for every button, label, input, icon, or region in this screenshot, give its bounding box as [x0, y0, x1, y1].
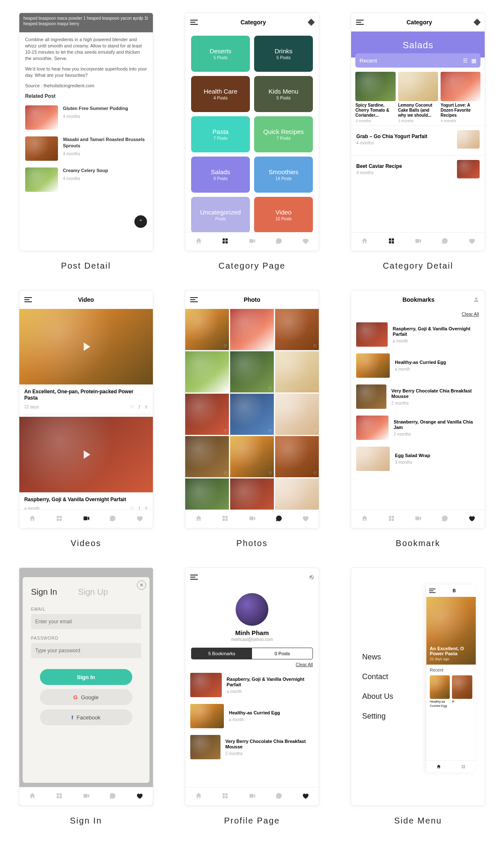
seg-bookmarks[interactable]: 5 Bookmarks [192, 648, 252, 659]
back-icon[interactable]: ‹ [133, 16, 134, 21]
clear-all-link[interactable]: Clear All [351, 309, 485, 319]
menu-icon[interactable] [190, 297, 198, 302]
tab-home[interactable] [29, 515, 36, 524]
heart-icon[interactable]: ♡ [268, 471, 272, 476]
bookmark-row[interactable]: Very Berry Chocolate Chia Breakfast Mous… [185, 732, 319, 763]
tab-chat[interactable] [275, 792, 283, 801]
video-card[interactable]: An Excellent, One-pan, Protein-packed Po… [19, 309, 153, 413]
tab-grid[interactable] [221, 237, 229, 246]
category-card[interactable]: Smoothies14 Posts [254, 157, 313, 193]
heart-icon[interactable]: ♡ [268, 386, 272, 391]
share-icon[interactable]: ⤴ [139, 16, 141, 21]
avatar[interactable] [236, 593, 268, 626]
sort-icon[interactable]: ☰ [463, 58, 468, 64]
bookmark-row[interactable]: Very Berry Chocolate Chia Breakfast Mous… [351, 381, 485, 412]
bookmark-row[interactable]: Raspberry, Goji & Vanilla Overnight Parf… [185, 669, 319, 701]
photo-thumb[interactable]: ♡ [185, 309, 229, 350]
mini-card[interactable]: R [452, 675, 472, 708]
photo-thumb[interactable]: ♡ [185, 394, 229, 435]
photo-thumb[interactable]: ♡ [230, 351, 274, 392]
related-row[interactable]: Wasabi and Tamari Roasted Brussels Sprou… [25, 133, 147, 164]
heart-icon[interactable]: ♡ [313, 429, 317, 433]
export-icon[interactable]: ⇪ [144, 506, 148, 510]
share-icon[interactable]: ⤴ [138, 405, 140, 409]
layout-icon[interactable]: ▦ [471, 58, 476, 64]
tab-signup[interactable]: Sign Up [78, 587, 108, 597]
tab-chat[interactable] [275, 237, 283, 246]
photo-thumb[interactable]: ♡ [275, 436, 319, 477]
photo-thumb[interactable]: ♡ [230, 436, 274, 477]
tab-grid[interactable] [388, 237, 395, 246]
menu-item[interactable]: News [362, 653, 426, 661]
clear-all-link[interactable]: Clear All [185, 659, 319, 669]
filter-label[interactable]: Recent [426, 664, 476, 675]
tab-home[interactable] [195, 515, 202, 524]
tab-video[interactable] [248, 515, 256, 524]
heart-icon[interactable]: ♡ [223, 344, 227, 348]
tab-signin[interactable]: Sign In [31, 587, 57, 597]
tab-chat[interactable] [275, 515, 283, 524]
tab-video[interactable] [82, 515, 90, 524]
bookmark-row[interactable]: Raspberry, Goji & Vanilla Overnight Parf… [351, 319, 485, 350]
close-icon[interactable]: ✕ [137, 580, 146, 590]
list-row[interactable]: Beet Caviar Recipe4 months [351, 155, 485, 183]
tab-grid[interactable] [388, 515, 395, 524]
search-icon[interactable] [474, 19, 481, 26]
category-card[interactable]: Video10 Posts [254, 197, 313, 232]
menu-icon[interactable] [356, 20, 364, 25]
photo-thumb[interactable]: ♡ [275, 478, 319, 510]
tab-heart[interactable] [136, 792, 143, 801]
recipe-card[interactable]: Yogurt Love: A Dozen Favorite Recipes4 m… [441, 72, 480, 123]
list-row[interactable]: Grab – Go Chia Yogurt Parfait4 months [351, 125, 485, 153]
tab-heart[interactable] [302, 237, 309, 246]
tab-heart[interactable] [468, 515, 475, 524]
seg-posts[interactable]: 0 Posts [252, 648, 312, 659]
tab-chat[interactable] [441, 237, 449, 246]
menu-item[interactable]: Contact [362, 672, 426, 681]
category-card[interactable]: Salads9 Posts [191, 157, 250, 193]
logout-icon[interactable]: ⎋ [310, 573, 314, 581]
heart-icon[interactable]: ♡ [313, 386, 317, 391]
tab-grid[interactable] [55, 792, 63, 801]
photo-thumb[interactable]: ♡ [230, 394, 274, 435]
menu-icon[interactable] [24, 297, 32, 302]
photo-thumb[interactable]: ♡ [185, 436, 229, 477]
bookmark-row[interactable]: Healthy-as Curried Egga month [185, 701, 319, 732]
heart-icon[interactable]: ♡ [313, 344, 317, 348]
photo-thumb[interactable]: ♡ [275, 309, 319, 350]
signin-button[interactable]: Sign In [40, 669, 132, 685]
photo-thumb[interactable]: ♡ [185, 351, 229, 392]
mini-card[interactable]: Healthy-as Curried Egg [430, 675, 450, 708]
tab-video[interactable] [414, 237, 422, 246]
facebook-button[interactable]: fFacebook [40, 709, 132, 725]
tab-chat[interactable] [441, 515, 449, 524]
category-card[interactable]: Quick Recipes7 Posts [254, 116, 313, 152]
category-card[interactable]: Kids Menu5 Posts [254, 76, 313, 112]
category-card[interactable]: Drinks5 Posts [254, 36, 313, 72]
heart-icon[interactable]: ♡ [223, 386, 227, 391]
tab-home[interactable] [361, 515, 368, 524]
export-icon[interactable]: ⇪ [145, 16, 149, 21]
user-icon[interactable] [473, 296, 480, 303]
tab-home[interactable] [195, 792, 202, 801]
google-button[interactable]: GGoogle [40, 689, 132, 705]
photo-thumb[interactable]: ♡ [275, 394, 319, 435]
tab-video[interactable] [82, 792, 90, 801]
photo-thumb[interactable]: ♡ [185, 478, 229, 510]
related-row[interactable]: Gluten Free Summer Pudding4 months [25, 102, 147, 133]
tab-chat[interactable] [109, 792, 116, 801]
menu-icon[interactable] [429, 588, 436, 593]
tab-grid[interactable] [461, 764, 466, 769]
heart-icon[interactable]: ♡ [313, 471, 317, 476]
related-row[interactable]: Creamy Celery Soup4 months [25, 164, 147, 195]
tab-grid[interactable] [221, 792, 229, 801]
tab-heart[interactable] [302, 515, 309, 524]
category-card[interactable]: Pasta7 Posts [191, 116, 250, 152]
play-icon[interactable] [19, 417, 153, 492]
photo-thumb[interactable]: ♡ [275, 351, 319, 392]
password-field[interactable] [31, 643, 141, 658]
bookmark-row[interactable]: Egg Salad Wrap3 months [351, 443, 485, 474]
share-icon[interactable]: ⤴ [138, 506, 140, 510]
tab-home[interactable] [195, 237, 202, 246]
scroll-top-button[interactable]: ⌃ [134, 215, 147, 228]
